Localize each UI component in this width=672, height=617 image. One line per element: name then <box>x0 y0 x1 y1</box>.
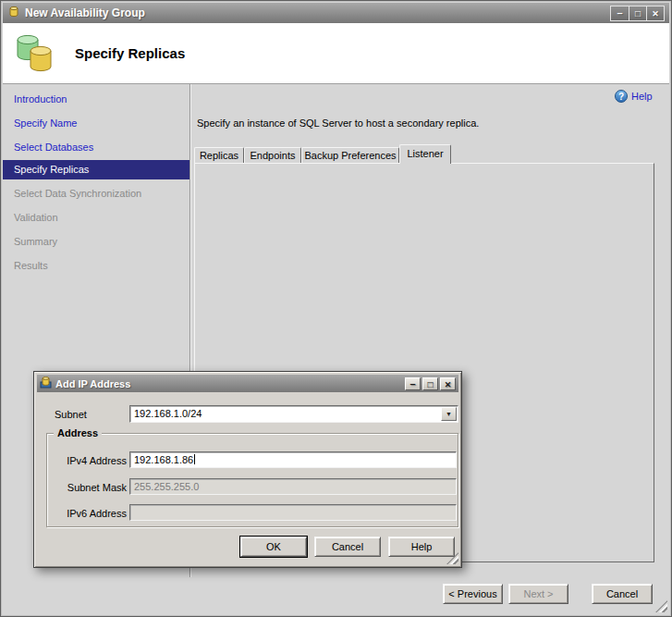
tab-listener[interactable]: Listener <box>399 144 451 164</box>
subnet-dropdown-icon[interactable] <box>441 407 457 421</box>
ipv4-address-input[interactable]: 192.168.1.86 <box>129 451 457 468</box>
sidebar-item-select-data-synchronization[interactable]: Select Data Synchronization <box>3 184 189 204</box>
tab-endpoints[interactable]: Endpoints <box>244 147 301 163</box>
window-icon <box>7 6 20 21</box>
wizard-header: Specify Replicas <box>3 23 669 84</box>
help-link[interactable]: Help <box>615 90 653 103</box>
dialog-controls <box>405 377 456 390</box>
dialog-close-button[interactable] <box>440 377 456 390</box>
dialog-title: Add IP Address <box>55 378 130 389</box>
subnet-mask-input: 255.255.255.0 <box>129 478 457 495</box>
maximize-icon <box>635 6 641 19</box>
subnet-label: Subnet <box>55 409 87 420</box>
subnet-select[interactable]: 192.168.1.0/24 <box>129 405 458 423</box>
dialog-ok-button[interactable]: OK <box>240 537 307 557</box>
sidebar-item-validation[interactable]: Validation <box>3 208 189 228</box>
section-heading: Specify an instance of SQL Server to hos… <box>197 117 479 129</box>
wizard-cancel-button[interactable]: Cancel <box>592 584 653 604</box>
close-icon <box>652 6 659 19</box>
ipv4-address-value: 192.168.1.86 <box>134 454 193 465</box>
address-group-label: Address <box>54 427 102 438</box>
dialog-titlebar[interactable]: Add IP Address <box>37 375 458 392</box>
sidebar-item-introduction[interactable]: Introduction <box>3 90 189 109</box>
dialog-minimize-button[interactable] <box>405 377 421 390</box>
help-label: Help <box>631 91 653 102</box>
tab-replicas[interactable]: Replicas <box>194 147 244 163</box>
sidebar-item-specify-replicas[interactable]: Specify Replicas <box>3 160 189 179</box>
dialog-cancel-button[interactable]: Cancel <box>314 537 381 557</box>
sidebar-item-specify-name[interactable]: Specify Name <box>3 114 189 133</box>
dialog-help-button[interactable]: Help <box>388 537 455 557</box>
sidebar-item-results[interactable]: Results <box>3 256 189 276</box>
window-controls <box>610 6 665 21</box>
dialog-maximize-button[interactable] <box>422 377 438 390</box>
dialog-close-icon <box>445 378 452 389</box>
window-resize-grip[interactable] <box>655 600 667 612</box>
minimize-button[interactable] <box>611 6 629 20</box>
text-cursor <box>194 454 195 464</box>
ipv6-address-label: IPv6 Address <box>45 508 127 519</box>
sidebar-item-summary[interactable]: Summary <box>3 232 189 252</box>
subnet-value: 192.168.1.0/24 <box>134 408 202 419</box>
close-button[interactable] <box>646 6 664 20</box>
sidebar-item-select-databases[interactable]: Select Databases <box>3 138 189 157</box>
tab-backup-preferences[interactable]: Backup Preferences <box>301 147 399 163</box>
window-title: New Availability Group <box>25 6 145 19</box>
dialog-minimize-icon <box>409 378 415 389</box>
ipv4-address-label: IPv4 Address <box>45 455 127 466</box>
subnet-mask-label: Subnet Mask <box>45 482 127 493</box>
next-button[interactable]: Next > <box>508 584 568 604</box>
subnet-mask-value: 255.255.255.0 <box>134 481 199 492</box>
new-availability-group-window: New Availability Group Specify Replicas … <box>0 0 672 617</box>
window-titlebar[interactable]: New Availability Group <box>3 3 669 23</box>
availability-group-icon <box>14 31 56 79</box>
maximize-button[interactable] <box>629 6 646 20</box>
add-ip-address-dialog: Add IP Address Subnet 192.168.1.0/24 Add… <box>33 371 462 568</box>
minimize-icon <box>617 6 622 19</box>
page-title: Specify Replicas <box>75 45 185 61</box>
help-icon <box>615 90 628 103</box>
ipv6-address-input <box>129 504 457 521</box>
dialog-icon <box>40 376 52 390</box>
dialog-maximize-icon <box>427 378 433 389</box>
previous-button[interactable]: < Previous <box>443 584 503 604</box>
